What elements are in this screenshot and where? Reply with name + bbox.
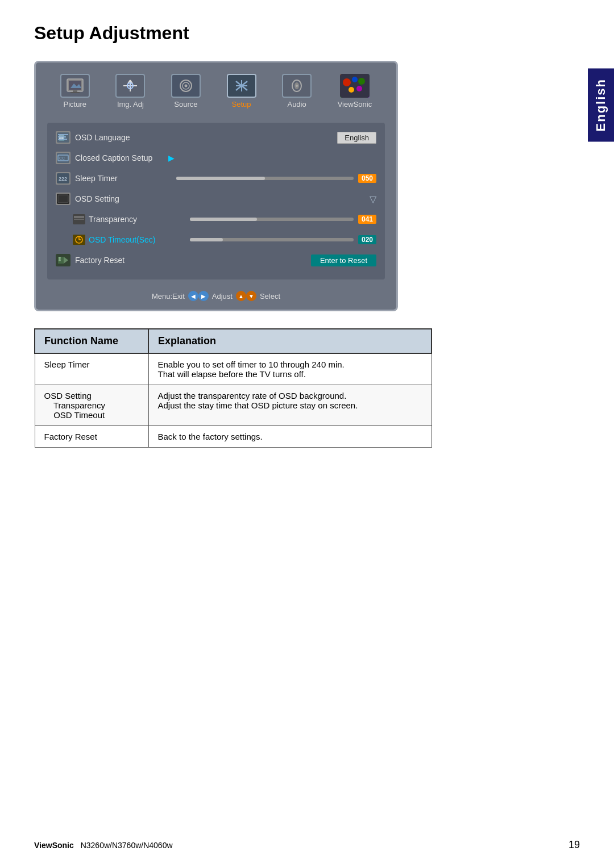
svg-point-50 [59,257,61,259]
nav-arrows-select: ▲ ▼ [236,291,256,301]
english-tab: English [588,68,614,141]
source-icon-box [171,74,201,98]
svg-rect-40 [74,216,84,218]
svg-rect-38 [58,195,68,203]
footer-page-number: 19 [569,839,580,851]
svg-point-26 [356,86,362,91]
svg-point-20 [296,85,298,87]
svg-point-51 [59,259,61,261]
sleep-timer-icon: 222 [56,172,70,185]
adjust-label: Adjust [212,292,233,301]
svg-point-13 [184,85,187,87]
svg-text:CC: CC [59,156,65,160]
svg-rect-3 [73,90,77,92]
table-row: OSD Setting Transparency OSD Timeout Adj… [35,385,432,426]
transparency-value: 041 [358,215,376,224]
picture-icon-box [60,74,90,98]
svg-rect-4 [70,92,80,93]
table-col1-header: Function Name [35,329,148,353]
arrow-right-btn[interactable]: ▶ [198,291,209,301]
svg-rect-30 [58,136,66,137]
svg-text:222: 222 [59,176,67,182]
audio-icon-box [282,74,312,98]
menu-exit-label: Menu:Exit [152,292,185,301]
menu-icon-imgadj[interactable]: Img. Adj [115,74,145,108]
nav-row: Menu:Exit ◀ ▶ Adjust ▲ ▼ Select [47,286,385,301]
table-cell-name-2: OSD Setting Transparency OSD Timeout [35,385,148,426]
closed-caption-row: CC Closed Caption Setup ▶ [56,150,376,166]
svg-rect-41 [74,219,84,220]
page-footer: ViewSonic N3260w/N3760w/N4060w 19 [34,839,580,851]
setup-icon-box [227,74,256,98]
osd-menu-container: Picture Img. Adj [34,61,398,311]
viewsonic-icon-box [340,74,370,98]
table-cell-explanation-3: Back to the factory settings. [148,426,432,448]
osd-language-row: 🔤 OSD Language English [56,130,376,145]
sleep-timer-slider [176,177,354,180]
menu-icon-viewsonic[interactable]: ViewSonic [338,74,372,108]
footer-brand-section: ViewSonic N3260w/N3760w/N4060w [34,841,173,850]
viewsonic-label: ViewSonic [338,100,372,108]
footer-model: N3260w/N3760w/N4060w [81,841,173,850]
svg-text:🔤: 🔤 [59,135,65,141]
imgadj-icon-box [115,74,145,98]
footer-brand: ViewSonic [34,841,74,850]
osd-timeout-label: OSD Timeout(Sec) [89,235,180,244]
transparency-icon [73,214,85,224]
closed-caption-arrow: ▶ [168,153,175,162]
factory-reset-row: Factory Reset Enter to Reset [56,252,376,268]
table-cell-explanation-2: Adjust the transparentcy rate of OSD bac… [148,385,432,426]
page-title: Setup Adjustment [34,23,506,44]
osd-setting-icon [56,193,70,205]
sleep-timer-row: 222 Sleep Timer 050 [56,170,376,186]
nav-menu-exit: Menu:Exit ◀ ▶ Adjust ▲ ▼ Select [152,291,280,301]
transparency-row: Transparency 041 [56,211,376,227]
svg-rect-42 [74,221,84,222]
svg-point-23 [352,77,358,82]
setup-label: Setup [232,100,251,108]
factory-reset-icon [56,254,70,266]
osd-language-value: English [337,132,376,144]
menu-icon-setup[interactable]: Setup [227,74,256,108]
menu-icon-audio[interactable]: Audio [282,74,312,108]
arrow-up-btn[interactable]: ▲ [236,291,246,301]
osd-timeout-row: OSD Timeout(Sec) 020 [56,232,376,248]
svg-rect-29 [58,134,68,135]
function-table: Function Name Explanation Sleep Timer En… [34,328,432,448]
table-row: Factory Reset Back to the factory settin… [35,426,432,448]
transparency-label: Transparency [89,215,180,224]
table-col2-header: Explanation [148,329,432,353]
closed-caption-label: Closed Caption Setup [75,153,166,162]
osd-language-icon: 🔤 [56,131,70,144]
menu-icons-row: Picture Img. Adj [47,74,385,114]
osd-setting-dropdown: ▽ [370,194,376,205]
menu-panel: 🔤 OSD Language English C [47,123,385,279]
osd-timeout-slider [190,238,354,241]
nav-arrows-adjust: ◀ ▶ [188,291,209,301]
table-cell-explanation-1: Enable you to set off timer to 10 throug… [148,353,432,385]
osd-setting-row: OSD Setting ▽ [56,191,376,207]
osd-setting-label: OSD Setting [75,194,166,203]
factory-reset-value[interactable]: Enter to Reset [311,254,376,266]
picture-label: Picture [64,100,86,108]
svg-point-24 [358,78,365,85]
transparency-slider [190,218,354,221]
sleep-timer-value: 050 [358,174,376,183]
factory-reset-label: Factory Reset [75,256,166,265]
imgadj-label: Img. Adj [117,100,144,108]
audio-label: Audio [287,100,306,108]
table-cell-name-3: Factory Reset [35,426,148,448]
closed-caption-icon: CC [56,152,70,164]
menu-icon-source[interactable]: Source [171,74,201,108]
menu-icon-picture[interactable]: Picture [60,74,90,108]
sleep-timer-label: Sleep Timer [75,174,166,183]
arrow-down-btn[interactable]: ▼ [246,291,256,301]
table-row: Sleep Timer Enable you to set off timer … [35,353,432,385]
arrow-left-btn[interactable]: ◀ [188,291,198,301]
svg-point-22 [343,78,351,86]
osd-timeout-icon [73,235,85,245]
osd-timeout-value: 020 [358,235,376,244]
svg-point-25 [349,87,354,93]
svg-rect-31 [58,139,67,140]
svg-point-10 [129,85,131,87]
